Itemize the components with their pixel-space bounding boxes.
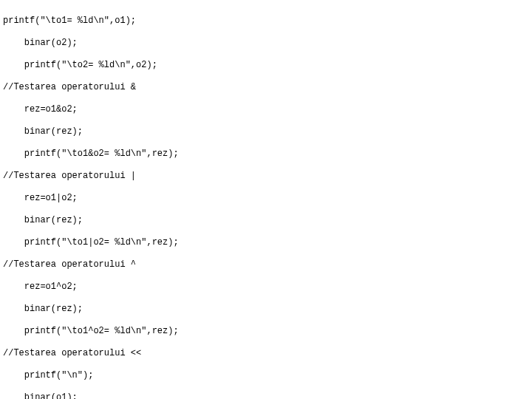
code-line: printf("\to2= %ld\n",o2); — [3, 60, 529, 71]
code-line: binar(o2); — [3, 38, 529, 49]
code-line: printf("\to1|o2= %ld\n",rez); — [3, 237, 529, 248]
code-line: binar(rez); — [3, 126, 529, 137]
code-line: //Testarea operatorului << — [3, 348, 529, 359]
code-line: binar(rez); — [3, 215, 529, 226]
code-block: printf("\to1= %ld\n",o1); binar(o2); pri… — [0, 0, 532, 399]
code-line: //Testarea operatorului | — [3, 171, 529, 182]
code-line: rez=o1^o2; — [3, 282, 529, 293]
code-line: //Testarea operatorului & — [3, 82, 529, 93]
code-line: printf("\n"); — [3, 370, 529, 381]
code-line: binar(o1); — [3, 392, 529, 399]
code-line: //Testarea operatorului ^ — [3, 259, 529, 270]
code-line: rez=o1&o2; — [3, 104, 529, 115]
code-line: binar(rez); — [3, 304, 529, 315]
code-line: printf("\to1&o2= %ld\n",rez); — [3, 149, 529, 160]
code-line: printf("\to1^o2= %ld\n",rez); — [3, 326, 529, 337]
code-line: rez=o1|o2; — [3, 193, 529, 204]
code-line: printf("\to1= %ld\n",o1); — [3, 16, 529, 27]
